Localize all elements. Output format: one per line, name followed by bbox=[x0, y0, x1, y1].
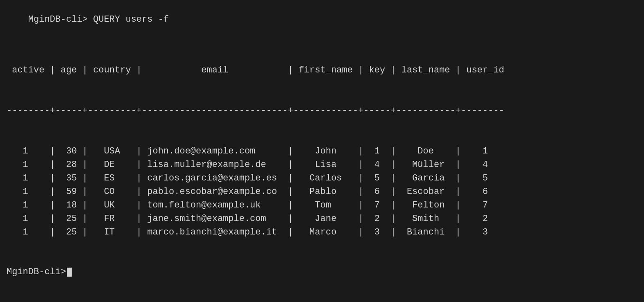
table-row: 1 | 18 | UK | tom.felton@example.uk | To… bbox=[7, 198, 637, 212]
cursor-line: MginDB-cli> bbox=[7, 267, 637, 277]
table-header: active | age | country | email | first_n… bbox=[7, 63, 637, 77]
table-row: 1 | 30 | USA | john.doe@example.com | Jo… bbox=[7, 144, 637, 158]
table-body: 1 | 30 | USA | john.doe@example.com | Jo… bbox=[7, 144, 637, 239]
table-separator: --------+-----+---------+---------------… bbox=[7, 104, 637, 117]
table-row: 1 | 28 | DE | lisa.muller@example.de | L… bbox=[7, 158, 637, 171]
table-row: 1 | 59 | CO | pablo.escobar@example.co |… bbox=[7, 185, 637, 198]
table-row: 1 | 25 | FR | jane.smith@example.com | J… bbox=[7, 212, 637, 225]
terminal: MginDB-cli> QUERY users -f active | age … bbox=[7, 4, 637, 298]
cursor-prompt: MginDB-cli> bbox=[7, 267, 66, 277]
table-row: 1 | 25 | IT | marco.bianchi@example.it |… bbox=[7, 225, 637, 239]
table-row: 1 | 35 | ES | carlos.garcia@example.es |… bbox=[7, 171, 637, 185]
prompt: MginDB-cli> bbox=[28, 14, 88, 25]
cursor-block bbox=[67, 268, 72, 277]
command: QUERY users -f bbox=[88, 14, 169, 25]
table-output: active | age | country | email | first_n… bbox=[7, 36, 637, 266]
command-line: MginDB-cli> QUERY users -f bbox=[7, 4, 637, 35]
